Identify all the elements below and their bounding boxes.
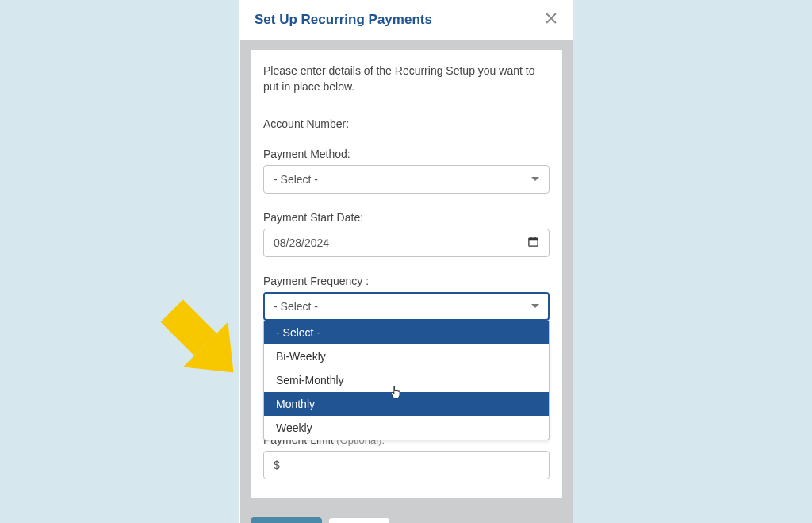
frequency-option-select[interactable]: - Select - bbox=[264, 321, 549, 344]
payment-method-value: - Select - bbox=[274, 173, 318, 186]
modal-body: Please enter details of the Recurring Se… bbox=[251, 50, 562, 498]
payment-frequency-select[interactable]: - Select - bbox=[263, 292, 550, 321]
payment-frequency-dropdown: - Select - Bi-Weekly Semi-Monthly Monthl… bbox=[263, 321, 550, 440]
account-number-label: Account Number: bbox=[263, 117, 550, 130]
svg-rect-1 bbox=[529, 238, 538, 240]
payment-frequency-label: Payment Frequency : bbox=[263, 275, 550, 287]
svg-rect-4 bbox=[161, 300, 217, 356]
close-icon[interactable] bbox=[544, 11, 558, 29]
recurring-payments-modal: Set Up Recurring Payments Please enter d… bbox=[239, 0, 573, 523]
instructions-text: Please enter details of the Recurring Se… bbox=[263, 63, 550, 95]
chevron-down-icon bbox=[531, 304, 539, 308]
payment-start-date-label: Payment Start Date: bbox=[263, 211, 550, 224]
payment-frequency-group: Payment Frequency : - Select - - Select … bbox=[263, 275, 550, 321]
modal-title: Set Up Recurring Payments bbox=[255, 12, 432, 28]
frequency-option-semimonthly[interactable]: Semi-Monthly bbox=[264, 368, 549, 392]
cancel-button[interactable]: Cancel bbox=[328, 517, 390, 523]
svg-rect-3 bbox=[534, 237, 535, 239]
account-number-group: Account Number: bbox=[263, 117, 550, 130]
frequency-option-monthly[interactable]: Monthly bbox=[264, 392, 549, 416]
payment-frequency-value: - Select - bbox=[274, 300, 318, 313]
payment-method-label: Payment Method: bbox=[263, 148, 550, 160]
payment-start-date-value: 08/28/2024 bbox=[274, 237, 329, 249]
frequency-option-biweekly[interactable]: Bi-Weekly bbox=[264, 344, 549, 368]
chevron-down-icon bbox=[531, 177, 539, 181]
payment-method-select[interactable]: - Select - bbox=[263, 165, 550, 194]
frequency-option-weekly[interactable]: Weekly bbox=[264, 416, 549, 440]
payment-limit-input[interactable]: $ bbox=[263, 451, 550, 479]
payment-frequency-wrapper: - Select - - Select - Bi-Weekly Semi-Mon… bbox=[263, 292, 550, 321]
payment-start-date-group: Payment Start Date: 08/28/2024 bbox=[263, 211, 550, 257]
modal-header: Set Up Recurring Payments bbox=[240, 0, 573, 40]
svg-rect-2 bbox=[530, 237, 531, 239]
continue-button[interactable]: Continue bbox=[251, 517, 322, 523]
modal-footer: Continue Cancel bbox=[240, 508, 573, 523]
payment-method-group: Payment Method: - Select - bbox=[263, 148, 550, 194]
calendar-icon[interactable] bbox=[527, 236, 539, 250]
payment-start-date-input[interactable]: 08/28/2024 bbox=[263, 229, 550, 257]
payment-limit-value: $ bbox=[274, 459, 280, 471]
